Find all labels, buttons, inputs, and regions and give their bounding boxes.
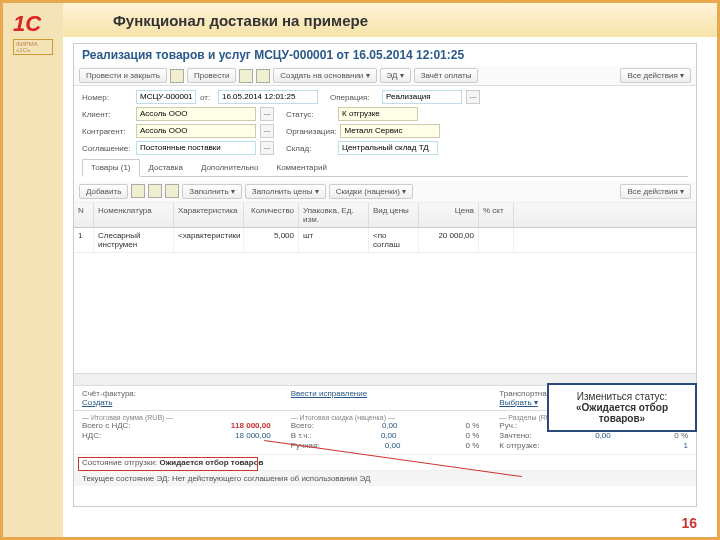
title-bar: Функционал доставки на примере (63, 3, 717, 37)
contragent-picker[interactable]: ... (260, 124, 274, 138)
page-number: 16 (681, 515, 697, 531)
table-empty-area (74, 253, 696, 373)
tab-comment[interactable]: Комментарий (267, 159, 335, 176)
fill-prices-button[interactable]: Заполнить цены ▾ (245, 184, 326, 199)
down-icon[interactable] (165, 184, 179, 198)
agreement-picker[interactable]: ... (260, 141, 274, 155)
post-and-close-button[interactable]: Провести и закрыть (79, 68, 167, 83)
post-button[interactable]: Провести (187, 68, 236, 83)
status-field[interactable]: К отгрузке (338, 107, 418, 121)
total-with-vat: 118 000,00 (231, 421, 271, 430)
up-icon[interactable] (148, 184, 162, 198)
tab-bar: Товары (1) Доставка Дополнительно Коммен… (82, 159, 688, 177)
main-toolbar: Провести и закрыть Провести Создать на о… (74, 66, 696, 86)
save-icon[interactable] (170, 69, 184, 83)
brand-logo: 1С ФИРМА «1С» (13, 11, 53, 56)
logo-strip (3, 3, 63, 537)
number-field[interactable]: МСЦУ-000001 (136, 90, 196, 104)
ed-status-line: Текущее состояние ЭД: Нет действующего с… (74, 470, 696, 486)
tab-extra[interactable]: Дополнительно (192, 159, 268, 176)
date-field[interactable]: 16.05.2014 12:01:25 (218, 90, 318, 104)
fill-button[interactable]: Заполнить ▾ (182, 184, 242, 199)
slide-title: Функционал доставки на примере (113, 12, 368, 29)
create-based-button[interactable]: Создать на основании ▾ (273, 68, 376, 83)
add-row-button[interactable]: Добавить (79, 184, 128, 199)
all-actions-button[interactable]: Все действия ▾ (620, 68, 691, 83)
tab-goods[interactable]: Товары (1) (82, 159, 140, 177)
table-row[interactable]: 1 Слесарный инструмен <характеристики 5,… (74, 228, 696, 253)
agreement-field[interactable]: Постоянные поставки (136, 141, 256, 155)
vat-value: 18 000,00 (235, 431, 271, 440)
table-toolbar: Добавить Заполнить ▾ Заполнить цены ▾ Ск… (74, 181, 696, 203)
tab-delivery[interactable]: Доставка (140, 159, 192, 176)
table-header: N Номенклатура Характеристика Количество… (74, 203, 696, 228)
discounts-button[interactable]: Скидки (наценки) ▾ (329, 184, 413, 199)
structure-icon[interactable] (239, 69, 253, 83)
callout-box: Измениться статус: «Ожидается отбор това… (547, 383, 697, 432)
document-title: Реализация товаров и услуг МСЦУ-000001 о… (74, 44, 696, 66)
table-all-actions[interactable]: Все действия ▾ (620, 184, 691, 199)
client-field[interactable]: Ассоль ООО (136, 107, 256, 121)
print-icon[interactable] (256, 69, 270, 83)
transport-link[interactable]: Выбрать ▾ (499, 398, 537, 407)
operation-picker[interactable]: ... (466, 90, 480, 104)
client-picker[interactable]: ... (260, 107, 274, 121)
correction-link[interactable]: Ввести исправление (291, 389, 368, 398)
shipment-status-value: Ожидается отбор товаров (159, 458, 263, 467)
goods-table: N Номенклатура Характеристика Количество… (74, 203, 696, 385)
header-form: Номер: МСЦУ-000001 от: 16.05.2014 12:01:… (74, 86, 696, 181)
number-label: Номер: (82, 93, 132, 102)
create-invoice-link[interactable]: Создать (82, 398, 112, 407)
offset-button[interactable]: Зачёт оплаты (414, 68, 479, 83)
warehouse-field[interactable]: Центральный склад ТД (338, 141, 438, 155)
ed-button[interactable]: ЭД ▾ (380, 68, 411, 83)
delete-icon[interactable] (131, 184, 145, 198)
operation-field[interactable]: Реализация (382, 90, 462, 104)
contragent-field[interactable]: Ассоль ООО (136, 124, 256, 138)
org-field[interactable]: Металл Сервис (340, 124, 440, 138)
app-window: Реализация товаров и услуг МСЦУ-000001 о… (73, 43, 697, 507)
